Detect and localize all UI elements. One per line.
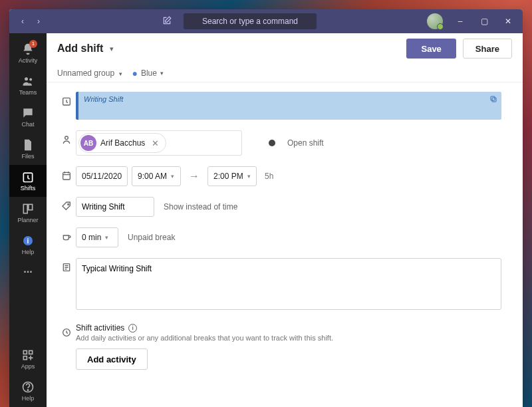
open-shift-dot: [269, 140, 275, 146]
custom-label-field[interactable]: [76, 197, 154, 217]
title-bar: ‹ › Search or type a command – ▢ ✕: [9, 9, 523, 33]
svg-rect-3: [23, 204, 27, 213]
forward-button[interactable]: ›: [32, 17, 45, 26]
rail-item-activity[interactable]: 1 Activity: [9, 37, 47, 69]
tag-icon: [61, 201, 72, 211]
end-time-field[interactable]: 2:00 PM▾: [207, 166, 257, 186]
svg-rect-7: [23, 356, 27, 360]
form-content: Writing Shift: [47, 82, 523, 407]
svg-point-1: [29, 78, 32, 81]
shifts-icon: [21, 170, 35, 184]
activities-heading: Shift activities i: [76, 323, 501, 333]
save-button[interactable]: Save: [406, 39, 456, 59]
rail-label: Apps: [21, 363, 35, 370]
rail-item-help-top[interactable]: i Help: [9, 229, 47, 261]
rail-item-chat[interactable]: Chat: [9, 101, 47, 133]
person-name: Arif Bacchus: [100, 138, 145, 148]
apps-icon: [21, 348, 35, 362]
rail-item-more[interactable]: ···: [9, 261, 47, 283]
help-dot-icon: i: [21, 234, 35, 247]
shift-preview-title: Writing Shift: [84, 95, 496, 103]
rail-label: Files: [21, 153, 34, 160]
svg-point-15: [68, 204, 69, 205]
search-input[interactable]: Search or type a command: [184, 13, 317, 29]
close-button[interactable]: ✕: [496, 9, 520, 33]
rail-label: Teams: [19, 89, 37, 96]
avatar[interactable]: [427, 13, 443, 29]
page-header: Add shift ▾ Save Share: [47, 33, 523, 64]
rail-item-teams[interactable]: Teams: [9, 69, 47, 101]
remove-person-button[interactable]: ✕: [149, 138, 162, 148]
svg-rect-11: [492, 98, 496, 102]
svg-point-13: [65, 136, 68, 140]
svg-point-9: [27, 390, 28, 390]
shift-icon: [61, 96, 72, 106]
open-shift-toggle[interactable]: Open shift: [269, 138, 324, 148]
coffee-icon: [61, 231, 72, 242]
subheader: Unnamed group ▾ ● Blue ▾: [47, 64, 523, 82]
notes-icon: [61, 262, 72, 273]
svg-rect-4: [29, 204, 33, 209]
svg-rect-6: [29, 350, 33, 354]
rail-item-help[interactable]: Help: [9, 375, 47, 407]
rail-item-shifts[interactable]: Shifts: [9, 165, 47, 197]
open-shift-label: Open shift: [287, 138, 324, 148]
date-field[interactable]: 05/11/2020: [76, 166, 128, 186]
app-rail: 1 Activity Teams Chat Files Shifts: [9, 33, 47, 407]
svg-point-0: [25, 77, 28, 80]
info-icon[interactable]: i: [128, 324, 137, 333]
person-chip: AB Arif Bacchus ✕: [78, 133, 166, 153]
break-label: Unpaid break: [128, 233, 175, 242]
files-icon: [21, 138, 35, 152]
chat-icon: [21, 106, 35, 120]
person-initials: AB: [80, 135, 96, 151]
chevron-down-icon: ▾: [160, 70, 164, 76]
svg-rect-5: [23, 350, 27, 354]
svg-rect-14: [63, 172, 70, 180]
rail-label: Help: [22, 395, 35, 402]
help-icon: [21, 380, 35, 394]
show-instead-label[interactable]: Show instead of time: [164, 202, 237, 211]
break-duration-field[interactable]: 0 min▾: [76, 227, 118, 247]
svg-rect-12: [491, 96, 495, 100]
rail-item-planner[interactable]: Planner: [9, 197, 47, 229]
person-icon: [61, 134, 72, 145]
back-button[interactable]: ‹: [16, 17, 29, 26]
rail-label: Shifts: [21, 185, 36, 192]
main-pane: Add shift ▾ Save Share Unnamed group ▾ ●…: [47, 33, 523, 407]
chevron-down-icon[interactable]: ▾: [110, 45, 114, 53]
shift-preview-card: Writing Shift: [76, 92, 501, 120]
group-dropdown[interactable]: Unnamed group ▾: [57, 68, 122, 78]
people-picker[interactable]: AB Arif Bacchus ✕: [76, 130, 242, 156]
rail-label: Activity: [19, 57, 38, 64]
notes-field[interactable]: [76, 258, 501, 310]
minimize-button[interactable]: –: [448, 9, 472, 33]
rail-item-apps[interactable]: Apps: [9, 343, 47, 375]
ellipsis-icon: ···: [23, 266, 32, 278]
rail-label: Help: [22, 249, 35, 255]
calendar-icon: [61, 170, 72, 181]
color-dropdown[interactable]: ● Blue ▾: [132, 68, 164, 78]
rail-label: Planner: [17, 217, 38, 223]
activities-description: Add daily activities or any additional b…: [76, 334, 501, 342]
chevron-down-icon: ▾: [119, 70, 122, 77]
shift-duration: 5h: [265, 172, 273, 181]
teams-icon: [21, 74, 35, 88]
arrow-right-icon: →: [185, 170, 203, 182]
planner-icon: [21, 202, 35, 215]
compose-icon[interactable]: [162, 16, 172, 27]
rail-item-files[interactable]: Files: [9, 133, 47, 165]
page-title: Add shift: [57, 43, 103, 55]
share-button[interactable]: Share: [463, 39, 512, 59]
clock-icon: [61, 327, 72, 338]
rail-label: Chat: [21, 121, 34, 128]
add-activity-button[interactable]: Add activity: [76, 348, 148, 370]
start-time-field[interactable]: 9:00 AM▾: [132, 166, 181, 186]
copy-icon[interactable]: [489, 95, 497, 105]
activity-badge: 1: [29, 40, 37, 48]
maximize-button[interactable]: ▢: [472, 9, 496, 33]
app-window: ‹ › Search or type a command – ▢ ✕ 1 Act…: [9, 9, 523, 407]
